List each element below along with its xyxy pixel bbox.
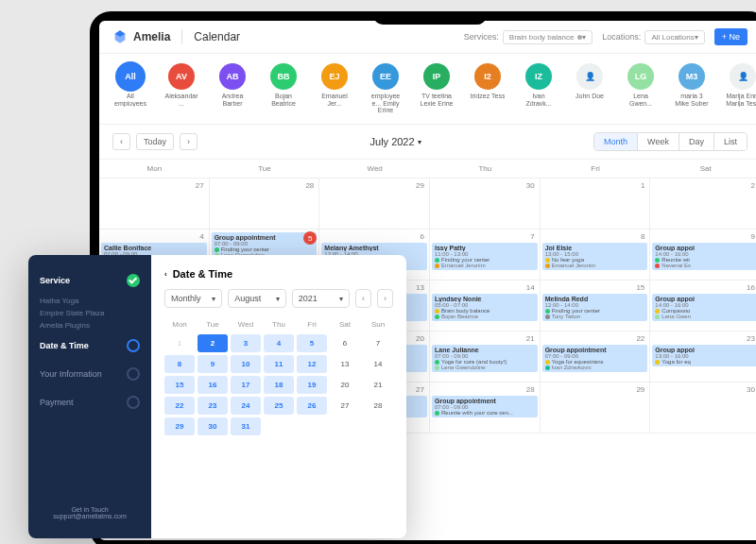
mini-day[interactable]: 5 bbox=[297, 334, 327, 352]
calendar-event[interactable]: Lyndsey Nonie05:00 - 07:00Brain body bal… bbox=[432, 294, 538, 321]
view-tab-list[interactable]: List bbox=[713, 133, 747, 150]
calendar-cell[interactable]: 15Melinda Redd12:00 - 14:00Finding your … bbox=[541, 280, 651, 332]
employee-avatar[interactable]: ABAndrea Barber bbox=[215, 63, 250, 114]
employee-avatar[interactable]: BBBojan Beatrice bbox=[266, 63, 301, 114]
calendar-cell[interactable]: 28 bbox=[210, 178, 320, 230]
next-button[interactable]: › bbox=[180, 133, 198, 150]
calendar-cell[interactable]: 16Group appoi14:00 - 16:00CompassioLena … bbox=[650, 280, 756, 332]
footer-title: Get in Touch bbox=[36, 506, 144, 513]
calendar-cell[interactable]: 30 bbox=[430, 178, 541, 230]
calendar-cell[interactable]: 7Issy Patty11:00 - 13:00Finding your cen… bbox=[430, 230, 541, 280]
mini-day[interactable]: 26 bbox=[297, 397, 327, 415]
booking-step[interactable]: Service bbox=[28, 266, 151, 295]
mini-prev-button[interactable]: ‹ bbox=[355, 289, 371, 308]
mini-next-button[interactable]: › bbox=[377, 289, 393, 308]
calendar-event[interactable]: Group appointment07:00 - 09:00Reunite wi… bbox=[432, 396, 538, 417]
mini-day[interactable]: 29 bbox=[164, 417, 195, 435]
calendar-cell[interactable]: 27 bbox=[99, 178, 210, 230]
mini-day[interactable]: 3 bbox=[231, 334, 261, 352]
calendar-event[interactable]: Group appointment07:00 - 09:00Yoga for e… bbox=[542, 345, 648, 372]
calendar-cell[interactable]: 21Lane Julianne07:00 - 09:00Yoga for cor… bbox=[430, 332, 541, 382]
weekday-header: Mon bbox=[99, 160, 210, 178]
calendar-header: MonTueWedThuFriSat bbox=[99, 159, 756, 178]
booking-step[interactable]: Your Information bbox=[28, 360, 151, 388]
mini-day[interactable]: 10 bbox=[231, 355, 261, 373]
calendar-cell[interactable]: 29 bbox=[319, 178, 430, 230]
mini-day[interactable]: 19 bbox=[297, 376, 327, 394]
prev-button[interactable]: ‹ bbox=[112, 133, 130, 150]
mini-day[interactable]: 2 bbox=[198, 334, 228, 352]
employee-avatar[interactable]: EEemployee e... Emily Erine bbox=[368, 63, 404, 114]
today-button[interactable]: Today bbox=[136, 133, 174, 150]
mini-day[interactable]: 1 bbox=[164, 334, 195, 352]
calendar-event[interactable]: Melinda Redd12:00 - 14:00Finding your ce… bbox=[542, 294, 648, 321]
employee-avatar[interactable]: IZIvan Zdravk... bbox=[521, 63, 557, 114]
calendar-cell[interactable]: 22Group appointment07:00 - 09:00Yoga for… bbox=[541, 332, 651, 382]
mini-weekday: Fri bbox=[297, 317, 327, 332]
day-number: 14 bbox=[432, 282, 538, 293]
calendar-cell[interactable]: 9Group appoi14:00 - 16:00Reunite witNeve… bbox=[650, 230, 756, 280]
locations-filter[interactable]: All Locations ▾ bbox=[644, 30, 704, 44]
mini-day[interactable]: 24 bbox=[231, 397, 261, 415]
year-select[interactable]: 2021▾ bbox=[292, 289, 350, 308]
calendar-cell[interactable]: 28Group appointment07:00 - 09:00Reunite … bbox=[430, 382, 541, 434]
event-employee: Nevenai Es bbox=[655, 263, 755, 268]
calendar-cell[interactable]: 1 bbox=[541, 178, 651, 230]
mini-day[interactable]: 18 bbox=[264, 376, 294, 394]
calendar-event[interactable]: Joi Elsie13:00 - 15:00No fear yogaEmanue… bbox=[542, 243, 648, 270]
new-button[interactable]: + Ne bbox=[714, 28, 747, 45]
employee-avatar[interactable]: EJEmanuel Jer... bbox=[317, 63, 352, 114]
view-tab-week[interactable]: Week bbox=[637, 133, 679, 150]
view-tab-day[interactable]: Day bbox=[679, 133, 713, 150]
mini-day[interactable]: 16 bbox=[198, 376, 228, 394]
mini-day[interactable]: 9 bbox=[198, 355, 228, 373]
employee-avatar[interactable]: AVAleksandar ... bbox=[163, 63, 199, 114]
brand-logo[interactable]: Amelia bbox=[112, 29, 170, 44]
mini-day[interactable]: 23 bbox=[198, 397, 228, 415]
month-select[interactable]: August▾ bbox=[228, 289, 285, 308]
calendar-cell[interactable]: 30 bbox=[650, 382, 756, 434]
mini-day[interactable]: 15 bbox=[164, 376, 195, 394]
calendar-event[interactable]: Group appoi14:00 - 16:00CompassioLena Gw… bbox=[652, 294, 756, 321]
services-filter[interactable]: Brain body balance ▾ bbox=[503, 30, 593, 44]
calendar-event[interactable]: Issy Patty11:00 - 13:00Finding your cent… bbox=[432, 243, 538, 270]
booking-step[interactable]: Date & Time bbox=[28, 332, 151, 360]
employee-avatar[interactable]: AllAll employees bbox=[112, 63, 148, 114]
calendar-cell[interactable]: 2 bbox=[650, 178, 756, 230]
event-name: Melany Amethyst bbox=[324, 245, 424, 251]
view-tab-month[interactable]: Month bbox=[594, 133, 637, 150]
mini-day[interactable]: 22 bbox=[164, 397, 195, 415]
recurrence-select[interactable]: Monthly▾ bbox=[164, 289, 222, 308]
calendar-cell[interactable]: 23Group appoi13:00 - 16:00Yoga for eq bbox=[650, 332, 756, 382]
back-icon[interactable]: ‹ bbox=[164, 270, 167, 279]
employee-avatar[interactable]: I2tridzez Tess bbox=[470, 63, 506, 114]
calendar-event[interactable]: Group appoi13:00 - 16:00Yoga for eq bbox=[652, 345, 756, 366]
weekday-header: Wed bbox=[319, 160, 430, 178]
month-label[interactable]: July 2022▾ bbox=[370, 136, 421, 147]
employee-avatar[interactable]: LGLena Gwen... bbox=[623, 63, 659, 114]
footer-email[interactable]: support@ameliatms.com bbox=[36, 513, 144, 519]
mini-day[interactable]: 25 bbox=[264, 397, 294, 415]
mini-day[interactable]: 8 bbox=[164, 355, 195, 373]
page-title: Calendar bbox=[194, 30, 240, 43]
employee-avatar[interactable]: 👤John Doe bbox=[572, 63, 608, 114]
calendar-event[interactable]: Group appoi14:00 - 16:00Reunite witNeven… bbox=[652, 243, 756, 270]
calendar-cell[interactable]: 29 bbox=[541, 382, 651, 434]
employee-avatar[interactable]: IPTV teetina Lexie Erine bbox=[419, 63, 455, 114]
calendar-cell[interactable]: 8Joi Elsie13:00 - 15:00No fear yogaEmanu… bbox=[541, 230, 651, 280]
mini-day[interactable]: 12 bbox=[297, 355, 327, 373]
event-name: Issy Patty bbox=[435, 245, 535, 251]
mini-day[interactable]: 30 bbox=[198, 417, 228, 435]
calendar-cell[interactable]: 14Lyndsey Nonie05:00 - 07:00Brain body b… bbox=[430, 280, 541, 332]
calendar-event[interactable]: Lane Julianne07:00 - 09:00Yoga for core … bbox=[432, 345, 538, 372]
mini-day[interactable]: 17 bbox=[231, 376, 261, 394]
mini-day[interactable]: 4 bbox=[264, 334, 294, 352]
avatar-name: All employees bbox=[112, 93, 148, 107]
mini-day[interactable]: 11 bbox=[264, 355, 294, 373]
booking-step[interactable]: Payment bbox=[28, 388, 151, 416]
avatar-name: Emanuel Jer... bbox=[317, 93, 352, 107]
employee-avatar[interactable]: M3maria 3 Mike Sober bbox=[674, 63, 710, 114]
day-number: 16 bbox=[652, 282, 756, 293]
employee-avatar[interactable]: 👤Marija Ennl Marija Tess bbox=[725, 63, 756, 114]
mini-day[interactable]: 31 bbox=[231, 417, 261, 435]
